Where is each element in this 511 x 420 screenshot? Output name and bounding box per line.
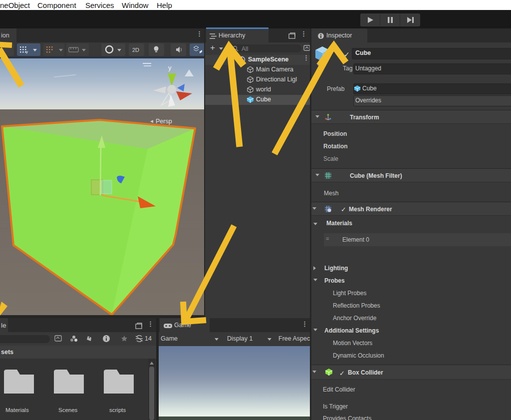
svg-text:2D: 2D [132, 47, 139, 53]
svg-text:y: y [168, 64, 172, 71]
svg-text:y: y [26, 49, 28, 54]
